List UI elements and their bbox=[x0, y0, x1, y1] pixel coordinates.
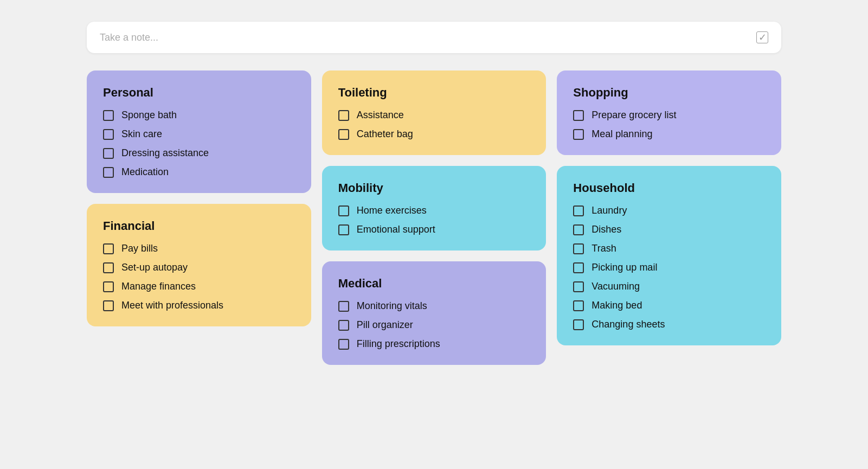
checkbox-icon[interactable] bbox=[338, 320, 349, 331]
checkbox-icon[interactable] bbox=[573, 300, 584, 311]
checkbox-icon[interactable] bbox=[103, 281, 114, 292]
checkbox-icon[interactable] bbox=[103, 300, 114, 311]
task-label: Set-up autopay bbox=[121, 262, 188, 273]
list-item[interactable]: Meet with professionals bbox=[103, 300, 295, 311]
list-item[interactable]: Monitoring vitals bbox=[338, 300, 530, 312]
list-item[interactable]: Medication bbox=[103, 166, 295, 178]
card-title-household: Household bbox=[573, 181, 765, 195]
task-list-mobility: Home exercisesEmotional support bbox=[338, 205, 530, 235]
card-mobility: MobilityHome exercisesEmotional support bbox=[322, 166, 546, 250]
checkbox-icon[interactable] bbox=[573, 110, 584, 121]
task-label: Skin care bbox=[121, 129, 162, 140]
checkbox-icon[interactable] bbox=[573, 243, 584, 254]
task-label: Prepare grocery list bbox=[591, 110, 676, 121]
list-item[interactable]: Sponge bath bbox=[103, 110, 295, 121]
list-item[interactable]: Assistance bbox=[338, 110, 530, 121]
column-2: ToiletingAssistanceCatheter bagMobilityH… bbox=[322, 70, 546, 365]
card-personal: PersonalSponge bathSkin careDressing ass… bbox=[87, 70, 311, 193]
search-bar[interactable]: Take a note... ✓ bbox=[87, 22, 781, 53]
task-label: Vacuuming bbox=[591, 281, 640, 292]
list-item[interactable]: Set-up autopay bbox=[103, 262, 295, 273]
card-household: HouseholdLaundryDishesTrashPicking up ma… bbox=[557, 166, 781, 345]
list-item[interactable]: Skin care bbox=[103, 129, 295, 140]
list-item[interactable]: Vacuuming bbox=[573, 281, 765, 292]
task-label: Meal planning bbox=[591, 129, 652, 140]
checkbox-icon[interactable] bbox=[103, 243, 114, 254]
checkbox-icon[interactable] bbox=[573, 262, 584, 273]
card-medical: MedicalMonitoring vitalsPill organizerFi… bbox=[322, 261, 546, 365]
checkbox-icon[interactable] bbox=[573, 224, 584, 235]
task-label: Trash bbox=[591, 243, 616, 254]
task-label: Meet with professionals bbox=[121, 300, 223, 311]
list-item[interactable]: Changing sheets bbox=[573, 319, 765, 330]
task-list-shopping: Prepare grocery listMeal planning bbox=[573, 110, 765, 140]
checkbox-icon[interactable] bbox=[338, 129, 349, 140]
task-label: Making bed bbox=[591, 300, 642, 311]
task-label: Dressing assistance bbox=[121, 147, 209, 159]
card-title-financial: Financial bbox=[103, 219, 295, 233]
task-label: Monitoring vitals bbox=[357, 300, 427, 312]
task-label: Pill organizer bbox=[357, 319, 413, 331]
task-list-household: LaundryDishesTrashPicking up mailVacuumi… bbox=[573, 205, 765, 330]
task-label: Picking up mail bbox=[591, 262, 657, 273]
column-1: PersonalSponge bathSkin careDressing ass… bbox=[87, 70, 311, 365]
task-list-toileting: AssistanceCatheter bag bbox=[338, 110, 530, 140]
list-item[interactable]: Trash bbox=[573, 243, 765, 254]
task-label: Manage finances bbox=[121, 281, 196, 292]
checkbox-icon[interactable] bbox=[573, 281, 584, 292]
card-title-shopping: Shopping bbox=[573, 86, 765, 100]
task-label: Pay bills bbox=[121, 243, 158, 254]
card-title-mobility: Mobility bbox=[338, 181, 530, 195]
task-label: Home exercises bbox=[357, 205, 427, 216]
list-item[interactable]: Home exercises bbox=[338, 205, 530, 216]
checkbox-icon[interactable] bbox=[338, 224, 349, 235]
list-item[interactable]: Manage finances bbox=[103, 281, 295, 292]
task-label: Assistance bbox=[357, 110, 404, 121]
checkbox-icon[interactable] bbox=[573, 205, 584, 216]
list-item[interactable]: Pay bills bbox=[103, 243, 295, 254]
list-item[interactable]: Filling prescriptions bbox=[338, 338, 530, 350]
task-label: Emotional support bbox=[357, 224, 435, 235]
list-item[interactable]: Emotional support bbox=[338, 224, 530, 235]
card-title-personal: Personal bbox=[103, 86, 295, 100]
task-label: Filling prescriptions bbox=[357, 338, 440, 350]
checkbox-icon[interactable] bbox=[338, 339, 349, 350]
column-3: ShoppingPrepare grocery listMeal plannin… bbox=[557, 70, 781, 365]
card-title-toileting: Toileting bbox=[338, 86, 530, 100]
checkbox-icon[interactable] bbox=[338, 205, 349, 216]
checkbox-icon[interactable] bbox=[103, 262, 114, 273]
task-list-personal: Sponge bathSkin careDressing assistanceM… bbox=[103, 110, 295, 178]
checkbox-icon[interactable] bbox=[103, 129, 114, 140]
list-item[interactable]: Making bed bbox=[573, 300, 765, 311]
task-label: Sponge bath bbox=[121, 110, 177, 121]
task-label: Changing sheets bbox=[591, 319, 665, 330]
task-label: Dishes bbox=[591, 224, 621, 235]
checkbox-icon[interactable] bbox=[573, 129, 584, 140]
search-placeholder: Take a note... bbox=[100, 32, 158, 43]
task-label: Medication bbox=[121, 166, 169, 178]
list-item[interactable]: Dressing assistance bbox=[103, 147, 295, 159]
card-title-medical: Medical bbox=[338, 277, 530, 291]
list-item[interactable]: Dishes bbox=[573, 224, 765, 235]
card-grid: PersonalSponge bathSkin careDressing ass… bbox=[87, 70, 781, 365]
check-icon: ✓ bbox=[756, 31, 768, 43]
list-item[interactable]: Picking up mail bbox=[573, 262, 765, 273]
checkbox-icon[interactable] bbox=[103, 167, 114, 178]
task-label: Laundry bbox=[591, 205, 627, 216]
card-financial: FinancialPay billsSet-up autopayManage f… bbox=[87, 204, 311, 326]
list-item[interactable]: Prepare grocery list bbox=[573, 110, 765, 121]
checkbox-icon[interactable] bbox=[573, 319, 584, 330]
task-list-financial: Pay billsSet-up autopayManage financesMe… bbox=[103, 243, 295, 311]
checkbox-icon[interactable] bbox=[103, 148, 114, 159]
checkbox-icon[interactable] bbox=[103, 110, 114, 121]
card-shopping: ShoppingPrepare grocery listMeal plannin… bbox=[557, 70, 781, 155]
card-toileting: ToiletingAssistanceCatheter bag bbox=[322, 70, 546, 155]
checkbox-icon[interactable] bbox=[338, 301, 349, 312]
list-item[interactable]: Laundry bbox=[573, 205, 765, 216]
list-item[interactable]: Meal planning bbox=[573, 129, 765, 140]
checkbox-icon[interactable] bbox=[338, 110, 349, 121]
list-item[interactable]: Pill organizer bbox=[338, 319, 530, 331]
list-item[interactable]: Catheter bag bbox=[338, 129, 530, 140]
task-list-medical: Monitoring vitalsPill organizerFilling p… bbox=[338, 300, 530, 350]
task-label: Catheter bag bbox=[357, 129, 413, 140]
